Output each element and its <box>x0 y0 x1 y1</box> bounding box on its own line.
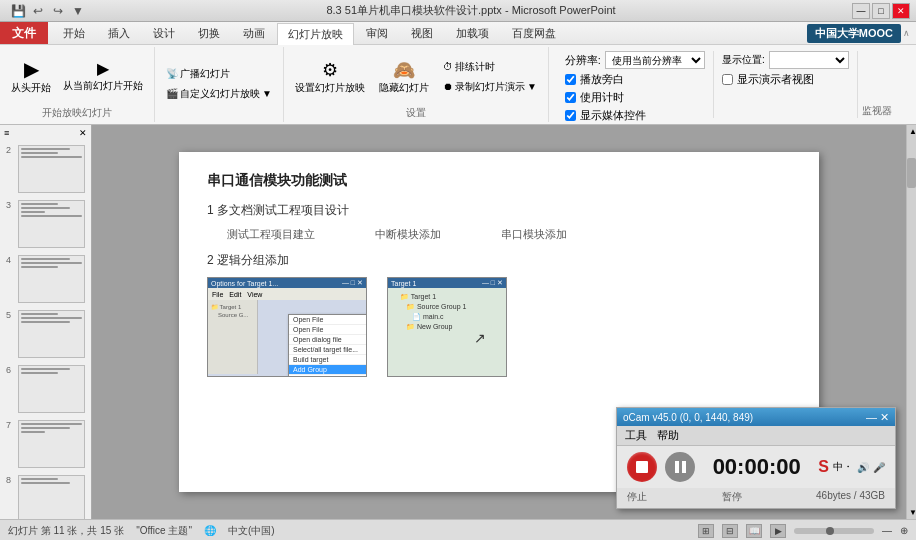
settings-buttons: ⚙ 设置幻灯片放映 🙈 隐藏幻灯片 ⏱ 排练计时 ⏺ 录制幻灯片演示 ▼ <box>290 49 542 104</box>
tab-transition[interactable]: 切换 <box>187 22 231 44</box>
tab-addins[interactable]: 加载项 <box>445 22 500 44</box>
tab-design[interactable]: 设计 <box>142 22 186 44</box>
ocam-pause-btn[interactable] <box>665 452 695 482</box>
resolution-select[interactable]: 使用当前分辨率 <box>605 51 705 69</box>
slide-num-7: 7 <box>6 420 16 430</box>
use-timing-checkbox[interactable] <box>565 92 576 103</box>
ocam-footer: 停止 暂停 46bytes / 43GB <box>617 488 895 508</box>
rehearse-btn[interactable]: ⏱ 排练计时 <box>438 58 542 76</box>
scrollbar-thumb[interactable] <box>907 158 916 188</box>
panel-close-icon[interactable]: ✕ <box>79 128 87 138</box>
slide-row1: 测试工程项目建立 中断模块添加 串口模块添加 <box>207 227 791 242</box>
tab-baidu[interactable]: 百度网盘 <box>501 22 567 44</box>
scroll-down-btn[interactable]: ▼ <box>907 506 916 519</box>
slide-img-3 <box>18 200 85 248</box>
mini-titlebar-1: Options for Target 1... — □ ✕ <box>208 278 366 288</box>
mini-tree: 📁 Target 1 📁 Source Group 1 📄 main.c 📁 N… <box>388 288 506 336</box>
ocam-menu-tool[interactable]: 工具 <box>625 428 647 443</box>
play-narration-row: 播放旁白 <box>565 72 705 87</box>
slide-img-5 <box>18 310 85 358</box>
custom-slideshow-btn[interactable]: 🎬 自定义幻灯片放映 ▼ <box>161 85 277 103</box>
play-narration-checkbox[interactable] <box>565 74 576 85</box>
tab-animation[interactable]: 动画 <box>232 22 276 44</box>
resolution-row: 分辨率: 使用当前分辨率 <box>565 51 705 69</box>
redo-quick-btn[interactable]: ↪ <box>50 4 66 18</box>
slideshow-view-btn[interactable]: ▶ <box>770 524 786 538</box>
slide-img-8 <box>18 475 85 519</box>
zoom-level: — <box>882 525 892 536</box>
zoom-thumb[interactable] <box>826 527 834 535</box>
screenshot-2: Target 1 — □ ✕ 📁 Target 1 📁 Source Group… <box>387 277 507 377</box>
start-from-beginning-btn[interactable]: ▶ 从头开始 <box>6 56 56 98</box>
slide-thumb-6[interactable]: 6 <box>4 363 87 415</box>
logo-area: 中国大学MOOC ∧ <box>807 22 916 44</box>
normal-view-btn[interactable]: ⊞ <box>698 524 714 538</box>
ribbon-tabs: 开始 插入 设计 切换 动画 幻灯片放映 审阅 视图 加载项 百度网盘 <box>48 22 807 44</box>
tab-review[interactable]: 审阅 <box>355 22 399 44</box>
tree-item-source: 📁 Source Group 1 <box>392 302 502 312</box>
quick-access-toolbar: 💾 ↩ ↪ ▼ <box>6 4 90 18</box>
slide-thumb-8[interactable]: 8 <box>4 473 87 519</box>
ocam-stop-label: 停止 <box>627 490 647 504</box>
scroll-up-btn[interactable]: ▲ <box>907 125 916 138</box>
slide-thumb-2[interactable]: 2 <box>4 143 87 195</box>
save-quick-btn[interactable]: 💾 <box>10 4 26 18</box>
undo-quick-btn[interactable]: ↩ <box>30 4 46 18</box>
slide-thumb-3[interactable]: 3 <box>4 198 87 250</box>
file-tab[interactable]: 文件 <box>0 22 48 44</box>
presenter-view-label: 显示演示者视图 <box>737 72 814 87</box>
monitor-checkboxes-right: 显示位置: 显示演示者视图 <box>714 51 858 118</box>
reading-view-btn[interactable]: 📖 <box>746 524 762 538</box>
content-area: 串口通信模块功能测试 1 多文档测试工程项目设计 测试工程项目建立 中断模块添加… <box>92 125 906 519</box>
scrollbar-vertical[interactable]: ▲ ▼ <box>906 125 916 519</box>
minimize-button[interactable]: — <box>852 3 870 19</box>
custom-dropdown-icon: ▼ <box>262 88 272 99</box>
slide-thumb-7[interactable]: 7 <box>4 418 87 470</box>
slide-section1: 1 多文档测试工程项目设计 <box>207 202 791 219</box>
slide-thumb-5[interactable]: 5 <box>4 308 87 360</box>
zoom-slider[interactable] <box>794 528 874 534</box>
start-from-current-btn[interactable]: ▶ 从当前幻灯片开始 <box>58 58 148 96</box>
slide-thumbnails: 2 3 4 5 <box>2 141 89 519</box>
tab-view[interactable]: 视图 <box>400 22 444 44</box>
tab-slideshow[interactable]: 幻灯片放映 <box>277 23 354 45</box>
lang-icon: 🌐 <box>204 525 216 536</box>
display-pos-label: 显示位置: <box>722 53 765 67</box>
more-quick-btn[interactable]: ▼ <box>70 4 86 18</box>
hide-slide-btn[interactable]: 🙈 隐藏幻灯片 <box>374 56 434 98</box>
tab-start[interactable]: 开始 <box>52 22 96 44</box>
ocam-menu-help[interactable]: 帮助 <box>657 428 679 443</box>
use-timing-row: 使用计时 <box>565 90 705 105</box>
ocam-stop-btn[interactable] <box>627 452 657 482</box>
ocam-close-btn[interactable]: — ✕ <box>866 411 889 424</box>
zoom-fit-btn[interactable]: ⊕ <box>900 525 908 536</box>
record-buttons: ⏱ 排练计时 ⏺ 录制幻灯片演示 ▼ <box>438 58 542 96</box>
slide-num-6: 6 <box>6 365 16 375</box>
show-media-controls-label: 显示媒体控件 <box>580 108 646 123</box>
slide-sorter-btn[interactable]: ⊟ <box>722 524 738 538</box>
broadcast-slideshow-btn[interactable]: 📡 广播幻灯片 <box>161 65 235 83</box>
ocam-right-panel: S 中・ 🔊 🎤 <box>818 458 885 476</box>
close-button[interactable]: ✕ <box>892 3 910 19</box>
ribbon-group-broadcast: 📡 广播幻灯片 🎬 自定义幻灯片放映 ▼ <box>155 47 284 122</box>
presenter-view-row: 显示演示者视图 <box>722 72 849 87</box>
display-pos-select[interactable] <box>769 51 849 69</box>
ocam-title-text: oCam v45.0 (0, 0, 1440, 849) <box>623 412 753 423</box>
mooc-logo: 中国大学MOOC <box>807 24 901 43</box>
tab-insert[interactable]: 插入 <box>97 22 141 44</box>
screenshot-1: Options for Target 1... — □ ✕ FileEditVi… <box>207 277 367 377</box>
menu-item-7: Add file to Group <box>289 375 367 377</box>
ocam-mic-icon: 🎤 <box>873 462 885 473</box>
mini-context-menu: Open File Open File Open dialog file Sel… <box>288 314 367 377</box>
show-media-controls-checkbox[interactable] <box>565 110 576 121</box>
pause-bar-1 <box>675 461 679 473</box>
maximize-button[interactable]: □ <box>872 3 890 19</box>
ocam-titlebar: oCam v45.0 (0, 0, 1440, 849) — ✕ <box>617 408 895 426</box>
slide-thumb-4[interactable]: 4 <box>4 253 87 305</box>
mini-titlebar-2: Target 1 — □ ✕ <box>388 278 506 288</box>
record-btn[interactable]: ⏺ 录制幻灯片演示 ▼ <box>438 78 542 96</box>
slide-img-6 <box>18 365 85 413</box>
tree-item-root: 📁 Target 1 <box>392 292 502 302</box>
presenter-view-checkbox[interactable] <box>722 74 733 85</box>
setup-slideshow-btn[interactable]: ⚙ 设置幻灯片放映 <box>290 56 370 98</box>
